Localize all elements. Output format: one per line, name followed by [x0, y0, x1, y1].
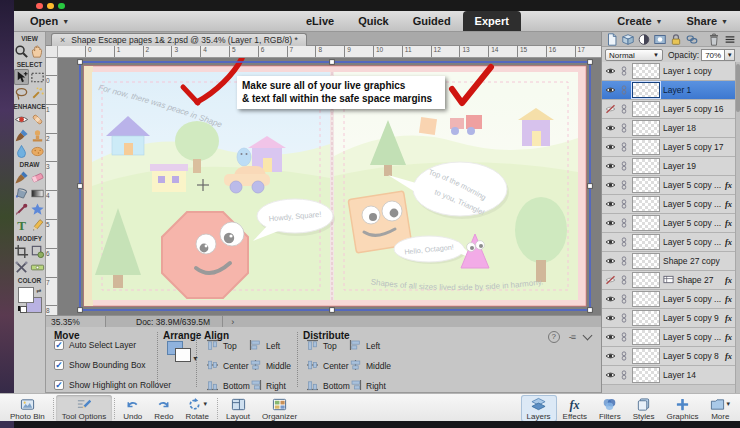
panel-menu-icon[interactable]: -≡: [569, 332, 575, 342]
layer-visibility-toggle[interactable]: [605, 370, 617, 380]
layer-thumbnail[interactable]: [632, 158, 660, 174]
align-middle-button[interactable]: Middle: [249, 359, 291, 373]
shape-tool[interactable]: [30, 201, 45, 217]
layer-thumbnail[interactable]: [632, 120, 660, 136]
blend-mode-select[interactable]: Normal▼: [605, 49, 663, 61]
zoom-tool[interactable]: [14, 43, 29, 59]
open-button[interactable]: Open▼: [30, 15, 69, 27]
layer-visibility-toggle[interactable]: [605, 256, 617, 266]
more-button[interactable]: ▾More: [704, 395, 736, 422]
close-tab-icon[interactable]: ×: [60, 36, 65, 45]
layer-visibility-toggle[interactable]: [605, 142, 617, 152]
type-tool[interactable]: T: [14, 217, 29, 233]
layer-thumbnail[interactable]: [632, 139, 660, 155]
layout-button[interactable]: Layout: [220, 395, 256, 422]
align-bottom-button[interactable]: Bottom: [206, 379, 250, 393]
distribute-right-button[interactable]: Right: [349, 379, 386, 393]
layer-visibility-toggle[interactable]: [605, 104, 617, 114]
layer-visibility-toggle[interactable]: [605, 351, 617, 361]
layer-thumbnail[interactable]: [632, 310, 660, 326]
layer-thumbnail[interactable]: [632, 329, 660, 345]
layer-row[interactable]: Layer 5 copy ...fx: [602, 214, 735, 233]
layer-visibility-toggle[interactable]: [605, 332, 617, 342]
layer-visibility-toggle[interactable]: [605, 123, 617, 133]
checkbox-auto-select-layer[interactable]: ✓Auto Select Layer: [54, 340, 136, 350]
panel-menu-button[interactable]: [723, 33, 737, 46]
layer-row[interactable]: Layer 5 copy ...fx: [602, 176, 735, 195]
straighten-tool[interactable]: [30, 259, 45, 275]
delete-layer-button[interactable]: [707, 33, 721, 46]
layer-row[interactable]: Layer 5 copy ...fx: [602, 233, 735, 252]
layer-row[interactable]: Layer 5 copy 17: [602, 138, 735, 157]
new-layer-button[interactable]: [605, 33, 619, 46]
clone-stamp-tool[interactable]: [30, 127, 45, 143]
layer-visibility-toggle[interactable]: [605, 66, 617, 76]
align-right-button[interactable]: Right: [249, 379, 286, 393]
layer-visibility-toggle[interactable]: [605, 237, 617, 247]
organizer-button[interactable]: Organizer: [256, 395, 303, 422]
collapse-panel-icon[interactable]: [583, 331, 593, 341]
layer-thumbnail[interactable]: [632, 63, 660, 79]
styles-button[interactable]: Styles: [627, 395, 661, 422]
gradient-tool[interactable]: [30, 185, 45, 201]
photo-bin-button[interactable]: Photo Bin: [4, 395, 51, 422]
layer-visibility-toggle[interactable]: [605, 199, 617, 209]
blur-tool[interactable]: [14, 143, 29, 159]
layer-row[interactable]: Layer 1: [602, 81, 735, 100]
layer-row[interactable]: Shape 27fx: [602, 271, 735, 290]
distribute-left-button[interactable]: Left: [349, 339, 380, 353]
layer-thumbnail[interactable]: [632, 101, 660, 117]
undo-button[interactable]: Undo: [117, 395, 148, 422]
layer-thumbnail[interactable]: [632, 253, 660, 269]
layers-scrollbar-thumb[interactable]: [736, 64, 740, 112]
layer-row[interactable]: Layer 18: [602, 119, 735, 138]
swap-colors-icon[interactable]: ⇄: [36, 287, 41, 294]
layer-thumbnail[interactable]: [632, 234, 660, 250]
content-aware-move-tool[interactable]: [14, 259, 29, 275]
layer-thumbnail[interactable]: [632, 348, 660, 364]
layer-thumbnail[interactable]: [632, 177, 660, 193]
document-tab[interactable]: × Shape Escape pages 1& 2.psd @ 35.4% (L…: [51, 33, 307, 46]
hand-tool[interactable]: [30, 43, 45, 59]
tab-guided[interactable]: Guided: [401, 11, 463, 31]
canvas[interactable]: For now, there was peace in Shape: [58, 58, 601, 315]
distribute-center-button[interactable]: Center: [306, 359, 349, 373]
layer-visibility-toggle[interactable]: [605, 313, 617, 323]
move-tool[interactable]: [14, 69, 29, 85]
zoom-level[interactable]: 35.35%: [46, 316, 106, 327]
eyedropper-tool[interactable]: [14, 201, 29, 217]
crop-tool[interactable]: [14, 243, 29, 259]
tab-elive[interactable]: eLive: [294, 11, 346, 31]
brush-tool[interactable]: [14, 169, 29, 185]
close-window-button[interactable]: [36, 3, 43, 10]
layers-button[interactable]: Layers: [521, 395, 557, 422]
color-swatches[interactable]: ⇄: [18, 287, 42, 313]
layer-row[interactable]: Layer 14: [602, 366, 735, 385]
minimize-window-button[interactable]: [47, 3, 54, 10]
layer-row[interactable]: Layer 1 copy: [602, 62, 735, 81]
rotate-button[interactable]: ▾Rotate: [179, 395, 215, 422]
tab-quick[interactable]: Quick: [346, 11, 401, 31]
share-button[interactable]: Share▼: [686, 15, 728, 27]
layer-visibility-toggle[interactable]: [605, 294, 617, 304]
adjustment-layer-button[interactable]: [637, 33, 651, 46]
spot-healing-tool[interactable]: [30, 111, 45, 127]
redo-button[interactable]: Redo: [148, 395, 179, 422]
layer-thumbnail[interactable]: [632, 215, 660, 231]
foreground-color-swatch[interactable]: [18, 287, 34, 303]
smart-brush-tool[interactable]: [14, 127, 29, 143]
align-top-button[interactable]: Top: [206, 339, 237, 353]
zoom-window-button[interactable]: [58, 3, 65, 10]
layer-thumbnail[interactable]: [632, 367, 660, 383]
opacity-dropdown-icon[interactable]: ▼: [725, 49, 735, 61]
layer-visibility-toggle[interactable]: [605, 218, 617, 228]
filters-button[interactable]: Filters: [593, 395, 627, 422]
opacity-input[interactable]: 70%: [701, 49, 725, 61]
magic-wand-tool[interactable]: [30, 85, 45, 101]
checkbox-show-highlight-on-rollover[interactable]: ✓Show Highlight on Rollover: [54, 380, 171, 390]
layer-thumbnail[interactable]: [632, 272, 660, 288]
lock-layer-button[interactable]: [669, 33, 683, 46]
layer-row[interactable]: Layer 5 copy ...fx: [602, 290, 735, 309]
marquee-tool[interactable]: [30, 69, 45, 85]
link-layer-button[interactable]: [685, 33, 699, 46]
